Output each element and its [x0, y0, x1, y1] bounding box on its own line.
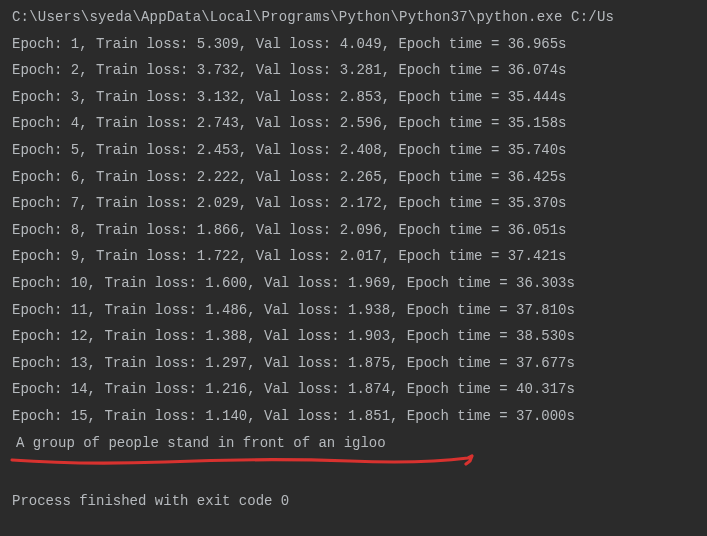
- console-output: C:\Users\syeda\AppData\Local\Programs\Py…: [12, 4, 695, 515]
- epoch-line: Epoch: 2, Train loss: 3.732, Val loss: 3…: [12, 57, 695, 84]
- epoch-line: Epoch: 4, Train loss: 2.743, Val loss: 2…: [12, 110, 695, 137]
- caption-text: A group of people stand in front of an i…: [16, 435, 386, 451]
- epoch-lines: Epoch: 1, Train loss: 5.309, Val loss: 4…: [12, 31, 695, 430]
- generated-caption: A group of people stand in front of an i…: [12, 430, 386, 463]
- process-exit-line: Process finished with exit code 0: [12, 488, 695, 515]
- epoch-line: Epoch: 8, Train loss: 1.866, Val loss: 2…: [12, 217, 695, 244]
- epoch-line: Epoch: 11, Train loss: 1.486, Val loss: …: [12, 297, 695, 324]
- epoch-line: Epoch: 15, Train loss: 1.140, Val loss: …: [12, 403, 695, 430]
- epoch-line: Epoch: 5, Train loss: 2.453, Val loss: 2…: [12, 137, 695, 164]
- epoch-line: Epoch: 14, Train loss: 1.216, Val loss: …: [12, 376, 695, 403]
- epoch-line: Epoch: 6, Train loss: 2.222, Val loss: 2…: [12, 164, 695, 191]
- epoch-line: Epoch: 1, Train loss: 5.309, Val loss: 4…: [12, 31, 695, 58]
- epoch-line: Epoch: 10, Train loss: 1.600, Val loss: …: [12, 270, 695, 297]
- epoch-line: Epoch: 13, Train loss: 1.297, Val loss: …: [12, 350, 695, 377]
- annotation-underline-icon: [10, 452, 475, 470]
- epoch-line: Epoch: 12, Train loss: 1.388, Val loss: …: [12, 323, 695, 350]
- epoch-line: Epoch: 7, Train loss: 2.029, Val loss: 2…: [12, 190, 695, 217]
- epoch-line: Epoch: 3, Train loss: 3.132, Val loss: 2…: [12, 84, 695, 111]
- command-line: C:\Users\syeda\AppData\Local\Programs\Py…: [12, 4, 695, 31]
- epoch-line: Epoch: 9, Train loss: 1.722, Val loss: 2…: [12, 243, 695, 270]
